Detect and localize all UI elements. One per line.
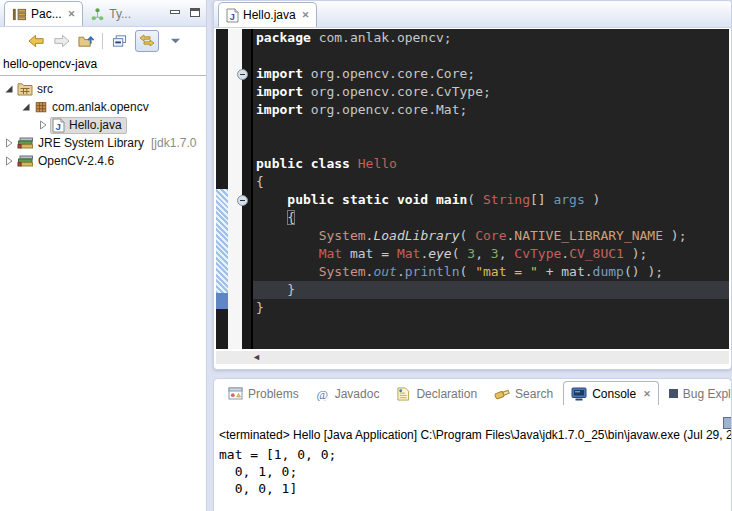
code-token: [] (530, 192, 553, 207)
link-with-editor-icon (139, 34, 155, 47)
code-line: System.out.println( "mat = " + mat.dump(… (253, 263, 729, 281)
close-icon[interactable]: ✕ (68, 9, 76, 19)
code-token: . (397, 264, 405, 279)
code-token: mat (561, 264, 584, 279)
horizontal-scrollbar[interactable]: ◄ (216, 351, 729, 364)
tree-item-opencv-2-4-6[interactable]: OpenCV-2.4.6 (0, 152, 206, 170)
view-window-buttons (169, 7, 201, 18)
code-token: } (256, 282, 295, 297)
annotation-ruler[interactable] (216, 29, 228, 349)
tab-hello-java[interactable]: JHello.java✕ (218, 2, 317, 27)
up-level-button[interactable] (77, 31, 95, 51)
code-editor[interactable]: package com.anlak.opencv;import org.open… (216, 29, 729, 349)
code-token: ( (452, 246, 468, 261)
link-with-editor-button[interactable] (135, 30, 159, 52)
code-token: public static void (287, 192, 436, 207)
code-token: ); (640, 264, 663, 279)
tab-label: Hello.java (243, 8, 296, 22)
library-icon (17, 154, 34, 168)
tree-item-label: Hello.java (69, 118, 122, 132)
tree-item-com-anlak-opencv[interactable]: com.anlak.opencv (0, 98, 206, 116)
tab-javadoc[interactable]: @Javadoc (309, 382, 387, 405)
tree-item-label: src (37, 82, 53, 96)
tree-item-body: OpenCV-2.4.6 (16, 154, 114, 168)
code-token: { (287, 210, 295, 225)
code-line: import org.opencv.core.CvType; (253, 83, 729, 101)
minimize-icon[interactable] (169, 7, 181, 18)
code-token: } (256, 300, 264, 315)
code-token: eye (428, 246, 451, 261)
code-token: import (256, 84, 311, 99)
code-token: out (373, 264, 396, 279)
collapse-all-button[interactable] (110, 31, 128, 51)
tree-item-hello-java[interactable]: JHello.java (0, 116, 206, 134)
fold-collapse-icon[interactable] (237, 69, 248, 80)
code-token: main (436, 192, 467, 207)
code-token: ( (467, 192, 483, 207)
code-token: 3 (491, 246, 499, 261)
tab-bug-explorer[interactable]: Bug Explorer (662, 382, 732, 405)
arrow-expanded-icon[interactable] (4, 84, 14, 94)
toolbar-separator (102, 33, 103, 49)
code-line: Mat mat = Mat.eye( 3, 3, CvType.CV_8UC1 … (253, 245, 729, 263)
tab-problems[interactable]: Problems (221, 382, 306, 405)
view-menu-button[interactable] (166, 31, 184, 51)
maximize-icon[interactable] (189, 7, 201, 18)
declaration-icon (396, 387, 411, 401)
code-line: import org.opencv.core.Core; (253, 65, 729, 83)
fold-collapse-icon[interactable] (237, 195, 248, 206)
svg-text:J: J (55, 120, 60, 131)
code-token: . (585, 264, 593, 279)
tab-label: Javadoc (335, 387, 380, 401)
tab-declaration[interactable]: Declaration (389, 382, 484, 405)
code-token: CV_8UC1 (569, 246, 624, 261)
code-area[interactable]: package com.anlak.opencv;import org.open… (253, 29, 729, 317)
tree-item-label: com.anlak.opencv (52, 100, 149, 114)
code-token: org.opencv.core.Core; (311, 66, 475, 81)
code-line: public static void main( String[] args ) (253, 191, 729, 209)
search-icon (494, 387, 510, 401)
package-explorer-toolbar (0, 27, 206, 54)
tree-item-body: com.anlak.opencv (33, 100, 149, 114)
close-icon[interactable]: ✕ (302, 10, 310, 20)
tab-pac[interactable]: Pac...✕ (4, 1, 83, 26)
code-token: public class (256, 156, 358, 171)
code-line (253, 47, 729, 65)
project-root-label[interactable]: hello-opencv-java (0, 54, 206, 76)
library-icon (17, 136, 34, 150)
code-token: = (373, 246, 396, 261)
bug-square-icon (669, 389, 678, 398)
code-token: args (553, 192, 584, 207)
forward-arrow-button[interactable] (52, 31, 70, 51)
tree-item-src[interactable]: src (0, 80, 206, 98)
code-token: , (499, 246, 515, 261)
console-page-icon[interactable] (723, 417, 732, 429)
javadoc-icon: @ (316, 387, 330, 401)
close-icon[interactable]: ✕ (643, 389, 651, 399)
tab-ty[interactable]: Ty... (83, 2, 138, 26)
tab-search[interactable]: Search (487, 382, 560, 405)
code-token: ( (460, 264, 476, 279)
console-output-line: 0, 1, 0; (219, 463, 731, 480)
code-token (256, 192, 287, 207)
console-icon (571, 387, 587, 401)
code-token: , (475, 246, 491, 261)
code-token (256, 210, 287, 225)
code-token: NATIVE_LIBRARY_NAME (514, 228, 663, 243)
arrow-collapsed-icon[interactable] (4, 138, 14, 148)
code-token: ); (663, 228, 686, 243)
code-token (256, 264, 319, 279)
arrow-expanded-icon[interactable] (21, 102, 31, 112)
code-token: Mat (397, 246, 420, 261)
arrow-collapsed-icon[interactable] (4, 156, 14, 166)
back-arrow-button[interactable] (27, 31, 45, 51)
console-output[interactable]: mat = [1, 0, 0; 0, 1, 0; 0, 0, 1] (219, 446, 731, 497)
tab-console[interactable]: Console✕ (563, 381, 659, 405)
scroll-left-arrow-icon[interactable]: ◄ (252, 351, 261, 364)
code-token: 3 (467, 246, 475, 261)
tree-item-jre-system-library[interactable]: JRE System Library[jdk1.7.0 (0, 134, 206, 152)
code-line: { (253, 173, 729, 191)
problems-icon (228, 387, 243, 400)
code-token: com.anlak.opencv; (319, 30, 452, 45)
arrow-collapsed-icon[interactable] (38, 120, 48, 130)
